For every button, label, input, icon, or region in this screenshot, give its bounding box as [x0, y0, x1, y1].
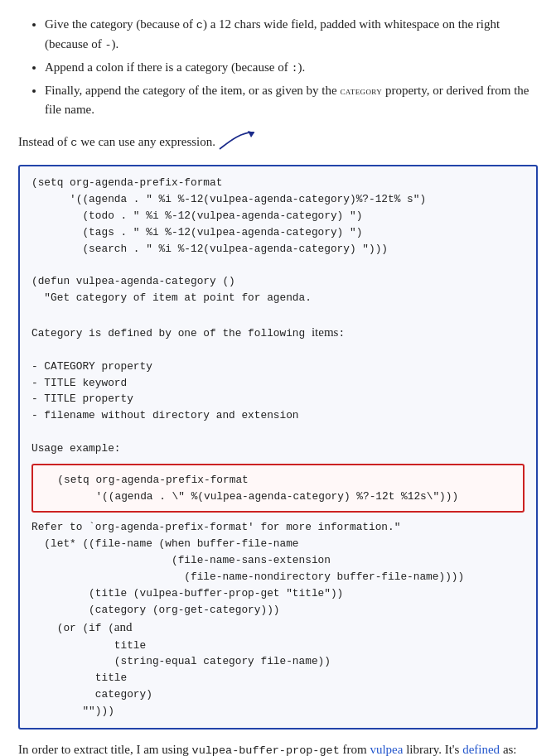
red-code-box: (setq org-agenda-prefix-format '((agenda… — [31, 464, 525, 513]
defined-link[interactable]: defined — [462, 743, 500, 756]
arrow-icon — [218, 128, 263, 156]
blue-code-content: (setq org-agenda-prefix-format '((agenda… — [31, 175, 525, 457]
vulpea-link[interactable]: vulpea — [370, 743, 403, 756]
blue-code-content-after: Refer to `org-agenda-prefix-format' for … — [31, 519, 525, 719]
red-code-content: (setq org-agenda-prefix-format '((agenda… — [45, 472, 511, 505]
inline-code-c1: c — [196, 19, 203, 31]
inline-code-dash: - — [104, 39, 111, 51]
inline-code-c2: c — [70, 137, 77, 149]
bullet-item-1: Give the category (because of c) a 12 ch… — [45, 15, 538, 55]
inline-code-prop-get: vulpea-buffer-prop-get — [192, 744, 340, 756]
arrow-sentence-text: Instead of c we can use any expression. — [18, 132, 215, 152]
inline-smallcaps-category: category — [340, 84, 382, 97]
bottom-paragraph: In order to extract title, I am using vu… — [18, 739, 538, 756]
blue-code-box: (setq org-agenda-prefix-format '((agenda… — [18, 165, 538, 730]
bullet-list: Give the category (because of c) a 12 ch… — [18, 15, 538, 119]
bullet-item-2: Append a colon if there is a category (b… — [45, 58, 538, 78]
inline-code-colon: : — [291, 62, 297, 75]
bullet-item-3: Finally, append the category of the item… — [45, 81, 538, 120]
arrow-sentence: Instead of c we can use any expression. — [18, 128, 538, 156]
